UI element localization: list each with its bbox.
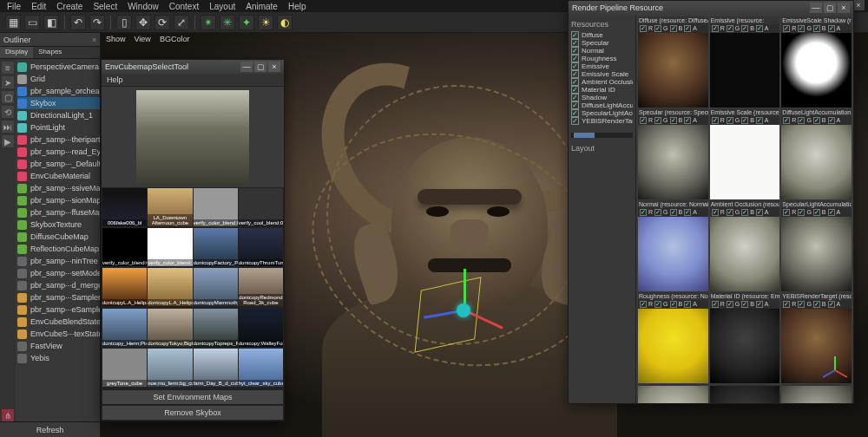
render-pass[interactable]: Emissive (resource:✓R ✓G ✓B ✓A xyxy=(710,16,780,108)
channel-checkbox[interactable]: ✓ xyxy=(741,25,748,32)
env-thumbnail[interactable]: dontcopyL.A_Helipad;GoldenHour_3k_cube xyxy=(102,268,147,306)
resource-checkbox[interactable]: ✓Emissive xyxy=(571,62,633,70)
channel-checkbox[interactable]: ✓ xyxy=(798,209,805,216)
channel-checkbox[interactable]: ✓ xyxy=(741,117,748,124)
env-thumbnail[interactable]: greyTone_cube xyxy=(102,349,147,387)
env-thumbnail[interactable]: dontcopy;WalleyForestNight_cube xyxy=(239,309,283,347)
tree-item[interactable]: FastView xyxy=(17,340,100,352)
channel-checkbox[interactable]: ✓ xyxy=(684,117,691,124)
render-pass[interactable] xyxy=(781,384,852,403)
tree-item[interactable]: pbr_samp···read_Eye xyxy=(17,146,100,158)
channel-checkbox[interactable]: ✓ xyxy=(798,117,805,124)
render-icon[interactable]: ✴ xyxy=(201,15,216,30)
tree-item[interactable]: pbr_samp···Sampler xyxy=(17,291,100,303)
render-pass[interactable]: EmissiveScale Shadow (resource: DiffuseA… xyxy=(781,16,852,108)
channel-checkbox[interactable]: ✓ xyxy=(727,117,733,124)
outliner-tree[interactable]: PerspectiveCameraGridpbr_sample_orcheadS… xyxy=(16,59,100,421)
close-icon[interactable]: × xyxy=(852,0,865,10)
env-window-titlebar[interactable]: EnvCubemapSelectTool — ▢ × xyxy=(102,60,284,74)
render-settings-icon[interactable]: ✦ xyxy=(239,15,254,30)
channel-checkbox[interactable]: ✓ xyxy=(783,25,790,32)
lightbulb-icon[interactable]: ◐ xyxy=(277,15,293,30)
env-thumbnail[interactable]: noe;mo_ferm;bg_cube xyxy=(148,349,192,387)
minimize-icon[interactable]: — xyxy=(810,3,822,13)
tool-scale-icon[interactable]: ⤢ xyxy=(174,15,189,30)
channel-checkbox[interactable]: ✓ xyxy=(756,209,763,216)
slider-handle-icon[interactable] xyxy=(574,133,595,138)
channel-checkbox[interactable]: ✓ xyxy=(783,209,790,216)
remove-skybox-button[interactable]: Remove Skybox xyxy=(102,405,284,421)
channel-checkbox[interactable]: ✓ xyxy=(828,301,835,308)
tool-rotate-icon[interactable]: ⟳ xyxy=(155,15,170,30)
resource-checkbox[interactable]: ✓SpecularLightAccumulation xyxy=(571,109,633,117)
tree-item[interactable]: PerspectiveCamera xyxy=(17,61,100,73)
tree-item[interactable]: SkyboxTexture xyxy=(17,218,100,231)
render-pass[interactable]: SpecularLightAccumulation (re✓R ✓G ✓B ✓A xyxy=(781,200,852,291)
render-pass[interactable]: DiffuseLightAccumulation (res✓R ✓G ✓B ✓A xyxy=(781,108,852,199)
menu-file[interactable]: File xyxy=(7,2,21,11)
share-icon[interactable]: ⋔ xyxy=(2,409,14,421)
tree-item[interactable]: PointLight xyxy=(17,121,100,134)
tool-redo-icon[interactable]: ↷ xyxy=(89,15,105,30)
channel-checkbox[interactable]: ✓ xyxy=(640,209,647,216)
tree-item[interactable]: Yebis xyxy=(17,352,100,364)
tree-item[interactable]: EnvCubeBlendState xyxy=(17,316,100,328)
env-thumbnail[interactable]: farm_Day_B_d_cube xyxy=(194,349,238,387)
resource-checkbox[interactable]: ✓Specular xyxy=(571,39,633,47)
channel-checkbox[interactable]: ✓ xyxy=(654,25,661,32)
channel-checkbox[interactable]: ✓ xyxy=(828,25,835,32)
tree-item[interactable]: pbr_samp···sionMap xyxy=(17,194,100,206)
resource-checkbox[interactable]: ✓Normal xyxy=(571,47,633,55)
tree-item[interactable]: pbr_samp···setModel xyxy=(17,267,100,279)
channel-checkbox[interactable]: ✓ xyxy=(813,301,820,308)
minimize-icon[interactable]: — xyxy=(240,62,253,72)
env-thumbnail[interactable]: dontcopyTokyo;BigHills_cube xyxy=(148,309,192,347)
tree-item[interactable]: DirectionalLight_1 xyxy=(17,109,100,121)
menu-layout[interactable]: Layout xyxy=(209,2,235,11)
channel-checkbox[interactable]: ✓ xyxy=(783,117,790,124)
render-pass[interactable]: Emissive Scale (resource: Nor✓R ✓G ✓B ✓A xyxy=(710,108,780,199)
vp-show[interactable]: Show xyxy=(106,35,126,43)
render-pass[interactable]: Diffuse (resource: DiffuseAlbe✓R ✓G ✓B ✓… xyxy=(638,16,708,108)
channel-checkbox[interactable]: ✓ xyxy=(712,301,719,308)
channel-checkbox[interactable]: ✓ xyxy=(783,301,790,308)
play-icon[interactable]: ▶ xyxy=(2,135,14,147)
tree-item[interactable]: ReflectionCubeMap xyxy=(17,243,100,255)
channel-checkbox[interactable]: ✓ xyxy=(654,301,661,308)
channel-checkbox[interactable]: ✓ xyxy=(684,25,691,32)
rp-zoom-slider[interactable] xyxy=(571,133,633,138)
channel-checkbox[interactable]: ✓ xyxy=(670,301,677,308)
render-pass[interactable]: Ambient Occlusion (resource:✓R ✓G ✓B ✓A xyxy=(710,200,780,291)
channel-checkbox[interactable]: ✓ xyxy=(756,25,763,32)
menu-window[interactable]: Window xyxy=(128,2,159,11)
channel-checkbox[interactable]: ✓ xyxy=(756,301,763,308)
env-thumbnail[interactable]: dontcopyMammoth_3k_cube xyxy=(194,268,238,306)
env-thumbnail[interactable]: LA_Downtown Afternoon_cube xyxy=(148,188,192,226)
resource-checkbox[interactable]: ✓Emissive Scale xyxy=(571,70,633,78)
env-thumbnail[interactable]: dontcopy_Herm;PixBeachGulls_cube xyxy=(102,309,147,347)
channel-checkbox[interactable]: ✓ xyxy=(828,209,835,216)
skip-icon[interactable]: ⏭ xyxy=(2,121,14,133)
channel-checkbox[interactable]: ✓ xyxy=(813,209,820,216)
tree-item[interactable]: Grid xyxy=(17,73,100,85)
resource-checkbox[interactable]: ✓Material ID xyxy=(571,86,633,94)
maximize-icon[interactable]: ▢ xyxy=(824,3,836,13)
set-env-maps-button[interactable]: Set Environment Maps xyxy=(102,389,284,405)
env-thumbnail[interactable]: 006fake006_bl xyxy=(102,188,147,226)
menu-help[interactable]: Help xyxy=(288,2,306,11)
channel-checkbox[interactable]: ✓ xyxy=(756,117,763,124)
resource-checkbox[interactable]: ✓Ambient Occlusion xyxy=(571,78,633,86)
vp-bgcolor[interactable]: BGColor xyxy=(160,35,190,43)
render-pass[interactable] xyxy=(638,384,708,403)
tool-new-icon[interactable]: ▦ xyxy=(5,15,21,30)
tab-display[interactable]: Display xyxy=(0,47,33,58)
filter-icon[interactable]: ≡ xyxy=(2,62,14,74)
tree-item[interactable]: pbr_samp···ssiveMap xyxy=(17,182,100,194)
close-icon[interactable]: × xyxy=(268,62,280,72)
channel-checkbox[interactable]: ✓ xyxy=(813,25,820,32)
channel-checkbox[interactable]: ✓ xyxy=(813,117,820,124)
tree-item[interactable]: Skybox xyxy=(17,97,100,109)
channel-checkbox[interactable]: ✓ xyxy=(712,25,719,32)
resource-checkbox[interactable]: ✓YEBISRenderTarget xyxy=(571,117,633,125)
tree-item[interactable]: pbr_samp···eSampler xyxy=(17,303,100,316)
